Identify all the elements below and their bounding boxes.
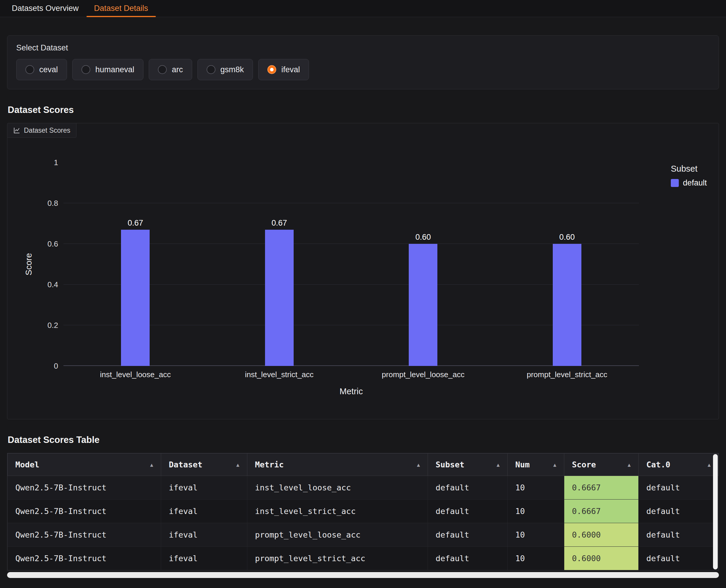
radio-icon [267,65,276,74]
x-axis-title: Metric [63,386,639,396]
sort-asc-icon[interactable]: ▲ [236,462,239,468]
radio-option-ifeval[interactable]: ifeval [258,59,309,80]
x-tick-label: prompt_level_loose_acc [351,370,495,379]
cell-num: 10 [508,523,564,547]
x-tick-label: inst_level_loose_acc [63,370,207,379]
bar-value-label: 0.60 [415,233,431,242]
bar-value-label: 0.60 [559,233,575,242]
sort-asc-icon[interactable]: ▲ [553,462,556,468]
cell-dataset: ifeval [161,547,247,570]
radio-option-humaneval[interactable]: humaneval [72,59,143,80]
radio-option-arc[interactable]: arc [149,59,192,80]
radio-label: gsm8k [220,65,244,74]
bar-prompt-level-loose-acc[interactable] [409,244,437,366]
col-label: Num [515,460,530,469]
sort-asc-icon[interactable]: ▲ [708,462,711,468]
radio-label: ceval [39,65,58,74]
top-tabbar: Datasets Overview Dataset Details [0,0,726,17]
y-tick-label: 0.6 [47,239,58,249]
sort-asc-icon[interactable]: ▲ [497,462,500,468]
cell-metric: prompt_level_loose_acc [247,523,428,547]
col-label: Subset [436,460,465,469]
chart-legend: Subset default [671,164,707,188]
radio-option-gsm8k[interactable]: gsm8k [198,59,253,80]
sort-asc-icon[interactable]: ▲ [628,462,631,468]
y-axis-title: Score [24,253,34,275]
col-label: Dataset [169,460,202,469]
col-label: Metric [255,460,284,469]
dataset-scores-table: Model▲ Dataset▲ Metric▲ Subset▲ Num▲ Sco… [7,453,719,571]
y-tick-label: 0.8 [47,199,58,208]
table-header-row: Model▲ Dataset▲ Metric▲ Subset▲ Num▲ Sco… [8,454,719,476]
cell-model: Qwen2.5-7B-Instruct [8,476,161,500]
bar-value-label: 0.67 [271,218,287,228]
bar-prompt-level-strict-acc[interactable] [553,244,581,366]
tab-datasets-overview[interactable]: Datasets Overview [4,0,86,17]
col-header-score[interactable]: Score▲ [564,454,639,476]
x-tick-label: prompt_level_strict_acc [495,370,639,379]
radio-label: humaneval [95,65,134,74]
cell-metric: inst_level_loose_acc [247,476,428,500]
legend-entry-default[interactable]: default [671,178,707,188]
dashboard-page: Datasets Overview Dataset Details Select… [0,0,726,588]
dataset-radio-group: ceval humaneval arc gsm8k ifeval [16,59,710,80]
chart-panel-tab[interactable]: Dataset Scores [7,123,77,138]
dataset-scores-table-heading: Dataset Scores Table [8,435,726,445]
col-label: Score [572,460,596,469]
cell-cat0: default [639,476,719,500]
bar-group: 0.67 [207,163,351,366]
cell-cat0: default [639,547,719,570]
table-horizontal-scrollbar[interactable] [7,572,719,578]
cell-metric: inst_level_strict_acc [247,500,428,523]
cell-score: 0.6667 [564,476,639,500]
cell-dataset: ifeval [161,523,247,547]
bar-group: 0.60 [351,163,495,366]
table-row[interactable]: Qwen2.5-7B-Instruct ifeval prompt_level_… [8,547,719,570]
cell-model: Qwen2.5-7B-Instruct [8,523,161,547]
col-header-dataset[interactable]: Dataset▲ [161,454,247,476]
bar-inst-level-strict-acc[interactable] [265,230,294,366]
radio-icon [207,65,216,74]
sort-asc-icon[interactable]: ▲ [150,462,153,468]
sort-asc-icon[interactable]: ▲ [417,462,420,468]
bar-inst-level-loose-acc[interactable] [121,230,149,366]
tab-label: Dataset Details [94,4,148,13]
col-header-model[interactable]: Model▲ [8,454,161,476]
col-header-cat0[interactable]: Cat.0▲ [639,454,719,476]
table-row[interactable]: Qwen2.5-7B-Instruct ifeval prompt_level_… [8,523,719,547]
cell-score: 0.6000 [564,547,639,570]
table-vertical-scrollbar[interactable] [713,454,718,569]
y-tick-label: 1 [54,158,58,167]
cell-score: 0.6000 [564,523,639,547]
col-header-subset[interactable]: Subset▲ [428,454,508,476]
cell-model: Qwen2.5-7B-Instruct [8,547,161,570]
cell-score: 0.6667 [564,500,639,523]
radio-option-ceval[interactable]: ceval [16,59,67,80]
cell-dataset: ifeval [161,476,247,500]
bar-group: 0.60 [495,163,639,366]
cell-num: 10 [508,500,564,523]
cell-cat0: default [639,523,719,547]
radio-icon [25,65,34,74]
chart-line-icon [13,127,20,134]
legend-title: Subset [671,164,707,174]
col-label: Cat.0 [646,460,670,469]
plot-area: 0 0.2 0.4 0.6 0.8 1 0.67 0.67 0.60 [63,163,639,366]
select-dataset-label: Select Dataset [16,43,710,52]
cell-subset: default [428,523,508,547]
cell-subset: default [428,476,508,500]
cell-num: 10 [508,547,564,570]
bar-group: 0.67 [63,163,207,366]
y-tick-label: 0.2 [47,321,58,330]
tab-dataset-details[interactable]: Dataset Details [86,0,156,17]
table-row[interactable]: Qwen2.5-7B-Instruct ifeval inst_level_lo… [8,476,719,500]
col-header-metric[interactable]: Metric▲ [247,454,428,476]
col-header-num[interactable]: Num▲ [508,454,564,476]
cell-cat0: default [639,500,719,523]
cell-subset: default [428,547,508,570]
bar-series-default: 0.67 0.67 0.60 0.60 [63,163,639,366]
cell-metric: prompt_level_strict_acc [247,547,428,570]
table-row[interactable]: Qwen2.5-7B-Instruct ifeval inst_level_st… [8,500,719,523]
cell-dataset: ifeval [161,500,247,523]
y-tick-label: 0 [54,361,58,371]
